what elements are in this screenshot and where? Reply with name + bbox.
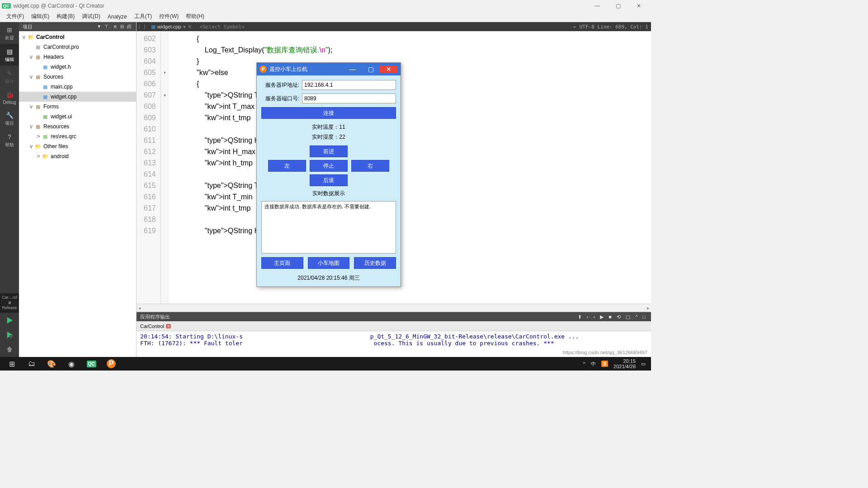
map-button[interactable]: 小车地图 xyxy=(308,257,350,269)
project-pane-tools[interactable]: ▼ ⊤. ⊕ ⊟ 卣 xyxy=(97,23,132,30)
port-input[interactable] xyxy=(302,94,396,103)
app-badge: QC xyxy=(2,3,11,9)
temp-label: 实时温度： xyxy=(312,124,339,130)
sogou-icon[interactable]: S xyxy=(601,361,608,367)
qtcreator-icon[interactable]: QC xyxy=(81,357,101,371)
right-button[interactable]: 右 xyxy=(351,160,389,172)
close-button[interactable]: ✕ xyxy=(628,0,649,11)
menu-file[interactable]: 文件(F) xyxy=(3,11,28,22)
tree-item[interactable]: >▦res\res.qrc xyxy=(19,131,136,141)
nav-fwd-icon[interactable]: ⟩ xyxy=(142,24,147,30)
svg-marker-0 xyxy=(7,317,13,324)
dialog-title: 遥控小车上位机 xyxy=(269,66,307,73)
menu-debug[interactable]: 调试(D) xyxy=(78,11,104,22)
symbol-selector[interactable]: <Select Symbol> xyxy=(200,24,245,30)
dialog-timestamp: 2021/04/28 20:15:46 周三 xyxy=(261,272,396,282)
mode-sidebar: ⊞欢迎 ▤编辑 ✎设计 🐞Debug 🔧项目 ?帮助 Car…rol🖥Relea… xyxy=(0,22,19,357)
remote-car-dialog: P 遥控小车上位机 ― ▢ ✕ 服务器IP地址: 服务器端口号: 连接 实时温度… xyxy=(256,62,401,287)
hum-value: 22 xyxy=(339,134,345,140)
output-toolbar[interactable]: ⬆ ‹ › ▶ ■ ⟲ ▢ ^ □ xyxy=(578,314,647,320)
menu-widgets[interactable]: 控件(W) xyxy=(156,11,182,22)
nav-back-icon[interactable]: ⟨ xyxy=(137,24,142,30)
history-button[interactable]: 历史数据 xyxy=(354,257,396,269)
forward-button[interactable]: 前进 xyxy=(310,145,348,157)
menu-tools[interactable]: 工具(T) xyxy=(131,11,156,22)
taskbar: ⊞ 🗂 🎨 ◉ QC P ^ 中 S 20:152021/4/28 ▭ xyxy=(0,357,651,371)
tree-item[interactable]: v▦Resources xyxy=(19,122,136,131)
tray-chevron-icon[interactable]: ^ xyxy=(583,361,585,366)
back-button[interactable]: 后退 xyxy=(310,174,348,186)
mode-design[interactable]: ✎设计 xyxy=(0,66,19,87)
mode-edit[interactable]: ▤编辑 xyxy=(0,44,19,66)
titlebar: QC widget.cpp @ CarControl - Qt Creator … xyxy=(0,0,651,11)
editor-hscrollbar[interactable]: ◂▸ xyxy=(137,304,651,312)
tree-item[interactable]: ▦widget.cpp xyxy=(19,92,136,102)
left-button[interactable]: 左 xyxy=(268,160,306,172)
dialog-titlebar[interactable]: P 遥控小车上位机 ― ▢ ✕ xyxy=(257,63,401,75)
tree-item[interactable]: ▦widget.ui xyxy=(19,112,136,122)
output-title: 应用程序输出 xyxy=(140,314,170,320)
paint-icon[interactable]: 🎨 xyxy=(42,357,61,371)
hum-label: 实时湿度： xyxy=(312,134,339,140)
menu-build[interactable]: 构建(B) xyxy=(53,11,78,22)
dialog-icon: P xyxy=(259,66,267,73)
ip-input[interactable] xyxy=(302,80,396,90)
notifications-icon[interactable]: ▭ xyxy=(641,361,646,367)
run-button[interactable] xyxy=(0,314,19,328)
dialog-max-button[interactable]: ▢ xyxy=(362,66,380,73)
home-button[interactable]: 主页面 xyxy=(261,257,303,269)
project-tree[interactable]: v📁CarControl▦CarControl.prov▦Headers▦wid… xyxy=(19,31,136,357)
project-pane: 项目▼ ⊤. ⊕ ⊟ 卣 v📁CarControl▦CarControl.pro… xyxy=(19,22,137,357)
debug-run-button[interactable] xyxy=(0,328,19,343)
editor-tabs: ⟨ ⟩ ▦widget.cpp▾✕ <Select Symbol> ← UTF-… xyxy=(137,22,651,31)
tree-item[interactable]: v▦Sources xyxy=(19,72,136,82)
tree-item[interactable]: v▦Headers xyxy=(19,52,136,62)
tree-item[interactable]: v📁Other files xyxy=(19,141,136,151)
tree-item[interactable]: >📁android xyxy=(19,151,136,161)
project-pane-title: 项目 xyxy=(23,23,33,30)
watermark: https://blog.csdn.net/qq_36126669497 xyxy=(563,350,647,355)
realtime-label: 实时数据展示 xyxy=(261,190,396,197)
dialog-close-button[interactable]: ✕ xyxy=(380,66,398,73)
start-button[interactable]: ⊞ xyxy=(2,357,22,371)
kit-selector[interactable]: Car…rol🖥Release xyxy=(0,293,19,313)
connect-button[interactable]: 连接 xyxy=(261,107,396,119)
svg-point-2 xyxy=(9,335,13,338)
tree-item[interactable]: v📁CarControl xyxy=(19,32,136,42)
menu-edit[interactable]: 编辑(E) xyxy=(28,11,53,22)
port-label: 服务器端口号: xyxy=(261,95,299,103)
mode-projects[interactable]: 🔧项目 xyxy=(0,108,19,129)
minimize-button[interactable]: ― xyxy=(587,0,608,11)
explorer-icon[interactable]: 🗂 xyxy=(22,357,42,371)
powerpoint-icon[interactable]: P xyxy=(101,357,121,371)
chrome-icon[interactable]: ◉ xyxy=(61,357,81,371)
mode-help[interactable]: ?帮助 xyxy=(0,129,19,151)
tree-item[interactable]: ▦CarControl.pro xyxy=(19,42,136,52)
output-tab-close-icon[interactable]: × xyxy=(166,324,171,328)
mode-welcome[interactable]: ⊞欢迎 xyxy=(0,22,19,44)
tree-item[interactable]: ▦widget.h xyxy=(19,62,136,72)
output-tab[interactable]: CarControl xyxy=(140,324,164,329)
build-button[interactable] xyxy=(0,343,19,357)
menubar: 文件(F) 编辑(E) 构建(B) 调试(D) Analyze 工具(T) 控件… xyxy=(0,11,651,22)
tree-item[interactable]: v▦Forms xyxy=(19,102,136,112)
ip-label: 服务器IP地址: xyxy=(261,81,299,89)
taskbar-clock[interactable]: 20:152021/4/28 xyxy=(613,358,636,369)
dialog-min-button[interactable]: ― xyxy=(344,66,362,73)
maximize-button[interactable]: ▢ xyxy=(608,0,628,11)
tree-item[interactable]: ▦main.cpp xyxy=(19,82,136,92)
editor-tab[interactable]: ▦widget.cpp▾✕ xyxy=(147,24,195,30)
editor-status: ← UTF-8 Line: 689, Col: 1 xyxy=(573,24,648,30)
window-title: widget.cpp @ CarControl - Qt Creator xyxy=(14,3,104,9)
log-box[interactable]: 连接数据库成功. 数据库表是存在的. 不需要创建. xyxy=(261,201,396,253)
temp-value: 11 xyxy=(339,124,345,130)
menu-help[interactable]: 帮助(H) xyxy=(182,11,208,22)
menu-analyze[interactable]: Analyze xyxy=(104,12,131,21)
mode-debug[interactable]: 🐞Debug xyxy=(0,87,19,108)
ime-indicator[interactable]: 中 xyxy=(591,361,596,367)
stop-button[interactable]: 停止 xyxy=(310,160,348,172)
